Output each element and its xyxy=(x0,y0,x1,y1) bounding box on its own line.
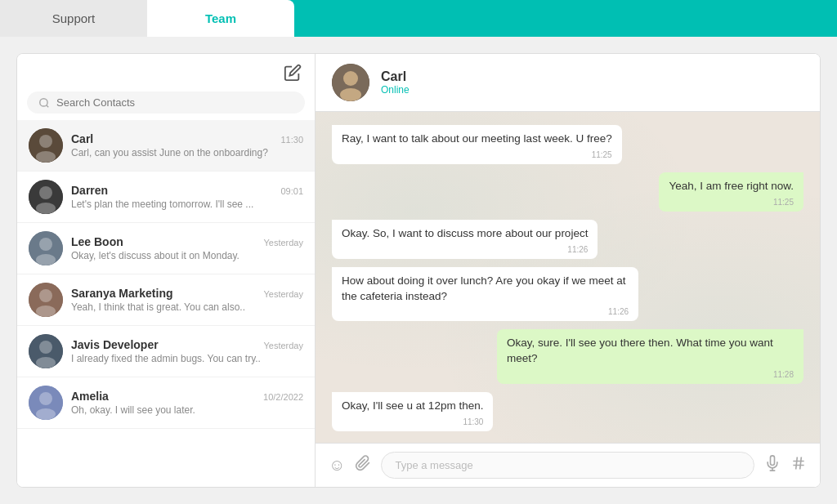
message-time-2: 11:25 xyxy=(669,197,794,208)
message-row-6: Okay, I'll see u at 12pm then. 11:30 xyxy=(332,392,803,431)
svg-point-22 xyxy=(340,88,361,101)
message-bubble-2: Yeah, I am free right now. 11:25 xyxy=(659,172,803,212)
svg-point-0 xyxy=(40,98,47,105)
contacts-list: Carl 11:30 Carl, can you assist June on … xyxy=(17,120,315,487)
contact-info-saranya: Saranya Marketing Yesterday Yeah, I thin… xyxy=(71,287,303,313)
message-text-3: Okay. So, I want to discuss more about o… xyxy=(342,226,588,242)
chat-input-area: ☺ xyxy=(316,443,820,487)
contact-preview-darren: Let's plan the meeting tomorrow. I'll se… xyxy=(71,198,303,210)
hashtag-icon[interactable] xyxy=(790,455,807,475)
message-time-5: 11:28 xyxy=(507,369,794,381)
contact-avatar-saranya xyxy=(29,283,63,317)
chat-contact-status: Online xyxy=(381,84,410,96)
message-row-2: Yeah, I am free right now. 11:25 xyxy=(332,172,803,212)
contact-item-leeboon[interactable]: Lee Boon Yesterday Okay, let's discuss a… xyxy=(17,223,315,274)
message-bubble-6: Okay, I'll see u at 12pm then. 11:30 xyxy=(332,392,493,431)
chat-header-info: Carl Online xyxy=(381,69,410,96)
contact-preview-carl: Carl, can you assist June on the onboard… xyxy=(71,147,303,158)
contact-name-saranya: Saranya Marketing xyxy=(71,287,173,300)
contact-info-amelia: Amelia 10/2/2022 Oh, okay. I will see yo… xyxy=(71,390,303,416)
search-icon xyxy=(38,97,50,109)
contact-name-amelia: Amelia xyxy=(71,390,109,403)
chat-contact-name: Carl xyxy=(381,69,410,84)
svg-point-9 xyxy=(39,238,52,251)
svg-point-7 xyxy=(36,203,56,214)
message-text-1: Ray, I want to talk about our meeting la… xyxy=(342,132,612,147)
search-input[interactable] xyxy=(56,96,293,109)
message-input[interactable] xyxy=(381,452,754,479)
message-time-3: 11:26 xyxy=(342,244,588,256)
message-row-4: How about doing it over lunch? Are you o… xyxy=(332,267,803,322)
message-text-6: Okay, I'll see u at 12pm then. xyxy=(342,399,483,414)
compose-icon[interactable] xyxy=(284,64,302,82)
contact-avatar-javis xyxy=(29,334,63,368)
attachment-icon[interactable] xyxy=(355,455,371,475)
chat-wrapper: Carl 11:30 Carl, can you assist June on … xyxy=(16,53,821,488)
svg-point-6 xyxy=(39,186,52,199)
contact-preview-javis: I already fixed the admin bugs. You can … xyxy=(71,353,303,364)
contact-avatar-amelia xyxy=(29,386,63,420)
svg-point-19 xyxy=(36,408,56,420)
contact-avatar-carl xyxy=(29,128,63,163)
message-time-6: 11:30 xyxy=(342,417,483,428)
main-container: Carl 11:30 Carl, can you assist June on … xyxy=(0,37,837,504)
svg-point-4 xyxy=(36,151,56,163)
message-time-4: 11:26 xyxy=(342,306,629,318)
message-text-5: Okay, sure. I'll see you there then. Wha… xyxy=(507,336,794,367)
svg-line-27 xyxy=(796,457,798,470)
search-box xyxy=(27,91,305,114)
contact-item-amelia[interactable]: Amelia 10/2/2022 Oh, okay. I will see yo… xyxy=(17,377,315,429)
chat-header-avatar xyxy=(332,64,369,101)
chat-area: Carl Online Ray, I want to talk about ou… xyxy=(316,54,820,487)
contact-item-darren[interactable]: Darren 09:01 Let's plan the meeting tomo… xyxy=(17,172,315,223)
tab-support[interactable]: Support xyxy=(0,0,147,37)
message-time-1: 11:25 xyxy=(342,149,612,161)
contact-avatar-darren xyxy=(29,180,63,214)
messages-area: Ray, I want to talk about our meeting la… xyxy=(316,112,820,443)
sidebar-header xyxy=(17,54,315,88)
svg-point-18 xyxy=(39,392,52,405)
contact-time-leeboon: Yesterday xyxy=(263,238,303,248)
svg-point-16 xyxy=(36,357,56,368)
message-bubble-5: Okay, sure. I'll see you there then. Wha… xyxy=(497,329,803,384)
microphone-icon[interactable] xyxy=(764,455,781,475)
tab-team[interactable]: Team xyxy=(147,0,294,37)
contact-preview-saranya: Yeah, I think that is great. You can als… xyxy=(71,301,303,313)
emoji-icon[interactable]: ☺ xyxy=(329,456,345,475)
contact-info-carl: Carl 11:30 Carl, can you assist June on … xyxy=(71,132,303,158)
contact-time-saranya: Yesterday xyxy=(263,289,303,299)
svg-line-1 xyxy=(47,105,49,107)
contact-name-darren: Darren xyxy=(71,184,108,197)
message-text-2: Yeah, I am free right now. xyxy=(669,179,794,194)
contact-time-darren: 09:01 xyxy=(280,186,303,196)
contact-time-amelia: 10/2/2022 xyxy=(263,392,303,402)
message-bubble-1: Ray, I want to talk about our meeting la… xyxy=(332,125,622,164)
tab-bar: Support Team xyxy=(0,0,837,37)
contact-avatar-leeboon xyxy=(29,231,63,265)
message-row-3: Okay. So, I want to discuss more about o… xyxy=(332,220,803,259)
message-row-1: Ray, I want to talk about our meeting la… xyxy=(332,125,803,164)
contact-preview-leeboon: Okay, let's discuss about it on Monday. xyxy=(71,250,303,261)
contact-name-javis: Javis Developer xyxy=(71,338,159,351)
chat-header: Carl Online xyxy=(316,54,820,112)
svg-line-28 xyxy=(800,457,802,470)
contact-time-carl: 11:30 xyxy=(280,135,303,145)
svg-point-10 xyxy=(36,254,56,265)
sidebar: Carl 11:30 Carl, can you assist June on … xyxy=(17,54,316,487)
message-text-4: How about doing it over lunch? Are you o… xyxy=(342,274,629,305)
message-row-5: Okay, sure. I'll see you there then. Wha… xyxy=(332,329,803,384)
message-bubble-4: How about doing it over lunch? Are you o… xyxy=(332,267,638,322)
svg-point-13 xyxy=(36,306,56,317)
svg-point-21 xyxy=(343,71,358,86)
svg-point-15 xyxy=(39,341,52,354)
svg-point-12 xyxy=(39,289,52,302)
contact-item-javis[interactable]: Javis Developer Yesterday I already fixe… xyxy=(17,326,315,377)
contact-item-carl[interactable]: Carl 11:30 Carl, can you assist June on … xyxy=(17,120,315,172)
contact-time-javis: Yesterday xyxy=(263,341,303,350)
contact-name-leeboon: Lee Boon xyxy=(71,235,123,248)
contact-info-darren: Darren 09:01 Let's plan the meeting tomo… xyxy=(71,184,303,210)
contact-item-saranya[interactable]: Saranya Marketing Yesterday Yeah, I thin… xyxy=(17,274,315,326)
contact-info-javis: Javis Developer Yesterday I already fixe… xyxy=(71,338,303,364)
message-bubble-3: Okay. So, I want to discuss more about o… xyxy=(332,220,598,259)
svg-point-3 xyxy=(39,135,52,148)
